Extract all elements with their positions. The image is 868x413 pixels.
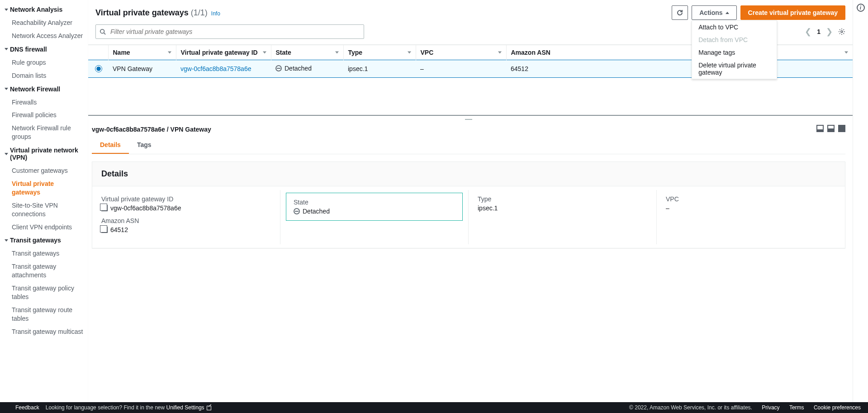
nav-item-nf-rule-groups[interactable]: Network Firewall rule groups [0, 122, 88, 143]
nav-item-tg-multicast[interactable]: Transit gateway multicast [0, 325, 88, 338]
panel-size-medium-button[interactable] [827, 125, 835, 132]
footer-privacy-link[interactable]: Privacy [762, 404, 779, 411]
detached-icon [294, 208, 300, 214]
th-asn[interactable]: Amazon ASN [506, 45, 853, 60]
action-manage-tags[interactable]: Manage tags [692, 46, 777, 59]
sort-icon [335, 52, 339, 54]
info-link[interactable]: Info [211, 10, 220, 17]
page-title-text: Virtual private gateways [95, 8, 189, 17]
footer-copyright: © 2022, Amazon Web Services, Inc. or its… [629, 404, 752, 411]
th-name[interactable]: Name [108, 45, 176, 60]
create-vgw-button[interactable]: Create virtual private gateway [740, 5, 845, 20]
detail-title: vgw-0cf6ac8b8a7578a6e / VPN Gateway [92, 123, 211, 134]
footer-feedback-link[interactable]: Feedback [15, 404, 39, 411]
cell-vpc: – [416, 60, 506, 78]
sort-icon [498, 52, 502, 54]
detail-tabs: Details Tags [92, 137, 845, 154]
caret-up-icon [726, 12, 729, 14]
caret-down-icon [5, 48, 8, 50]
detached-icon [275, 65, 282, 71]
nav-item-firewall-policies[interactable]: Firewall policies [0, 109, 88, 122]
field-label-vpc: VPC [666, 195, 836, 203]
filter-input-wrap[interactable] [95, 24, 364, 39]
row-select-radio[interactable] [95, 65, 102, 72]
nav-item-client-vpn-endpoints[interactable]: Client VPN endpoints [0, 221, 88, 234]
copy-icon[interactable] [101, 205, 108, 211]
filter-input[interactable] [109, 28, 360, 36]
main-content: Virtual private gateways (1/1) Info Acti… [88, 0, 853, 413]
action-attach-vpc[interactable]: Attach to VPC [692, 21, 777, 33]
details-card: Details Virtual private gateway ID vgw-0… [92, 161, 845, 248]
cell-name: VPN Gateway [108, 60, 176, 78]
sort-icon [408, 52, 411, 54]
panel-size-full-button[interactable] [838, 125, 845, 132]
search-icon [100, 28, 106, 35]
field-value-asn: 64512 [110, 226, 128, 233]
footer-cookie-link[interactable]: Cookie preferences [814, 404, 861, 411]
svg-line-1 [104, 33, 106, 35]
th-state[interactable]: State [271, 45, 343, 60]
cell-vgwid-link[interactable]: vgw-0cf6ac8b8a7578a6e [180, 65, 251, 72]
sort-icon [263, 52, 266, 54]
nav-item-reachability-analyzer[interactable]: Reachability Analyzer [0, 16, 88, 29]
copy-icon[interactable] [101, 227, 108, 233]
nav-section-network-firewall[interactable]: Network Firewall [0, 82, 88, 96]
nav-item-tg-attachments[interactable]: Transit gateway attachments [0, 260, 88, 282]
nav-section-label: Transit gateways [10, 237, 61, 244]
nav-item-site-to-site-vpn[interactable]: Site-to-Site VPN connections [0, 199, 88, 221]
nav-item-rule-groups[interactable]: Rule groups [0, 56, 88, 69]
svg-point-0 [100, 29, 104, 33]
nav-section-vpn[interactable]: Virtual private network (VPN) [0, 143, 88, 164]
footer-lang-prompt: Looking for language selection? Find it … [46, 404, 211, 411]
caret-down-icon [5, 9, 8, 11]
nav-item-transit-gateways[interactable]: Transit gateways [0, 247, 88, 260]
tab-details[interactable]: Details [92, 137, 129, 154]
details-card-title: Details [92, 162, 845, 186]
field-label-type: Type [478, 195, 647, 203]
nav-item-firewalls[interactable]: Firewalls [0, 96, 88, 109]
refresh-icon [676, 9, 683, 16]
nav-item-virtual-private-gateways[interactable]: Virtual private gateways [0, 177, 88, 199]
caret-down-icon [5, 239, 8, 242]
panel-size-small-button[interactable] [816, 125, 824, 132]
gear-icon [838, 28, 845, 35]
page-title-count: (1/1) [191, 8, 208, 17]
th-vgwid[interactable]: Virtual private gateway ID [176, 45, 271, 60]
page-title: Virtual private gateways (1/1) [95, 8, 208, 18]
tab-tags[interactable]: Tags [129, 137, 160, 154]
panel-resize-handle[interactable] [92, 116, 845, 123]
nav-item-tg-policy-tables[interactable]: Transit gateway policy tables [0, 282, 88, 304]
pagination: ❮ 1 ❯ [805, 27, 845, 37]
caret-down-icon [5, 88, 8, 90]
field-value-type: ipsec.1 [478, 204, 498, 212]
actions-dropdown: Attach to VPC Detach from VPC Manage tag… [692, 20, 777, 79]
actions-button[interactable]: Actions [692, 5, 736, 20]
pagination-page: 1 [817, 28, 821, 35]
cell-state: Detached [275, 65, 312, 72]
sidebar[interactable]: Network Analysis Reachability Analyzer N… [0, 0, 88, 413]
settings-button[interactable] [838, 28, 845, 35]
nav-section-transit-gateways[interactable]: Transit gateways [0, 233, 88, 247]
sort-icon [168, 52, 171, 54]
nav-section-network-analysis[interactable]: Network Analysis [0, 3, 88, 16]
nav-section-dns-firewall[interactable]: DNS firewall [0, 43, 88, 56]
pagination-prev[interactable]: ❮ [805, 27, 811, 37]
nav-item-tg-route-tables[interactable]: Transit gateway route tables [0, 304, 88, 325]
nav-item-customer-gateways[interactable]: Customer gateways [0, 164, 88, 177]
action-delete-vgw[interactable]: Delete virtual private gateway [692, 59, 777, 79]
cell-state-text: Detached [285, 65, 312, 72]
refresh-button[interactable] [672, 5, 688, 20]
actions-button-label: Actions [699, 9, 722, 16]
nav-section-label: Network Analysis [10, 6, 62, 13]
nav-item-network-access-analyzer[interactable]: Network Access Analyzer [0, 29, 88, 43]
footer-unified-settings-link[interactable]: Unified Settings [166, 404, 211, 411]
th-vpc[interactable]: VPC [416, 45, 506, 60]
info-panel-toggle[interactable]: i [853, 0, 868, 413]
nav-item-domain-lists[interactable]: Domain lists [0, 69, 88, 82]
th-type[interactable]: Type [343, 45, 416, 60]
field-label-asn: Amazon ASN [101, 217, 271, 224]
footer-terms-link[interactable]: Terms [789, 404, 804, 411]
pagination-next[interactable]: ❯ [826, 27, 833, 37]
field-value-vpc: – [666, 204, 669, 212]
footer: Feedback Looking for language selection?… [0, 402, 868, 413]
